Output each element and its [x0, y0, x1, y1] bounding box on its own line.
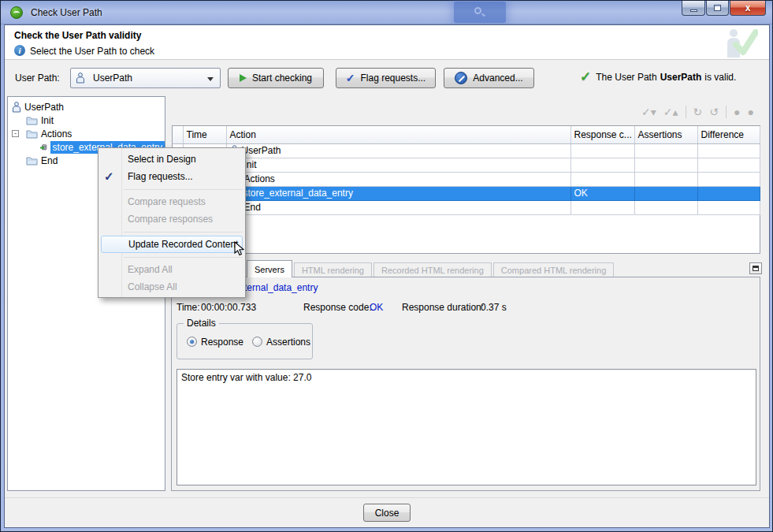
results-table: Time Action Response c... Assertions Dif… — [172, 125, 760, 254]
start-checking-button[interactable]: Start checking — [228, 68, 324, 88]
close-icon: x — [745, 2, 751, 13]
response-code-label: Response code: — [303, 302, 372, 313]
menu-item-flag-requests[interactable]: ✓ Flag requests... — [98, 168, 245, 185]
flag-requests-label: Flag requests... — [361, 73, 426, 84]
detail-tabs: Servers HTML rendering Recorded HTML ren… — [247, 260, 615, 277]
title-bar[interactable]: Check User Path x — [1, 1, 772, 24]
close-label: Close — [375, 508, 400, 519]
maximize-icon — [714, 5, 721, 11]
row-response-code: OK — [570, 186, 634, 200]
glass-reflection — [454, 2, 506, 23]
user-check-watermark-icon — [722, 26, 758, 59]
response-radio[interactable] — [187, 337, 197, 347]
tab-recorded-html-rendering: Recorded HTML rendering — [373, 262, 492, 277]
menu-item-collapse-all: Collapse All — [98, 278, 245, 296]
menu-separator — [98, 228, 245, 236]
collapse-expander-icon[interactable]: - — [12, 130, 19, 137]
tab-label: Recorded HTML rendering — [381, 266, 484, 275]
menu-item-update-recorded-content[interactable]: Update Recorded Content — [101, 236, 243, 253]
dialog-header: Check the User Path validity i Select th… — [5, 25, 769, 60]
assertions-radio-label[interactable]: Assertions — [266, 337, 310, 348]
globe-next-icon[interactable]: ● — [748, 106, 754, 118]
tree-item-end[interactable]: End — [26, 154, 58, 167]
table-row[interactable]: End — [173, 200, 760, 214]
wrench-icon — [455, 72, 467, 84]
flag-down-icon[interactable]: ✓▾ — [641, 106, 656, 118]
response-detail-pane: store_external_data_entry Time: 00:00:00… — [171, 277, 760, 491]
menu-item-expand-all: Expand All — [98, 261, 245, 278]
time-label: Time: — [177, 302, 200, 313]
folder-icon — [26, 156, 38, 166]
table-row[interactable]: UserPath — [173, 143, 760, 158]
assertions-radio[interactable] — [252, 337, 262, 347]
user-path-label: User Path: — [15, 73, 60, 84]
response-duration-value: 0.37 s — [481, 302, 507, 313]
time-value: 00:00:00.733 — [201, 302, 256, 313]
check-icon: ✓ — [104, 168, 114, 185]
menu-item-label: Compare requests — [128, 196, 206, 207]
tree-item-userpath[interactable]: UserPath — [12, 100, 64, 113]
minimize-button[interactable] — [682, 1, 705, 16]
check-user-path-dialog: Check User Path x Check the User Path va… — [0, 0, 773, 532]
response-duration-label: Response duration: — [402, 302, 484, 313]
tab-label: HTML rendering — [302, 266, 364, 275]
magnifier-icon — [474, 7, 481, 14]
col-assertions[interactable]: Assertions — [634, 126, 697, 143]
play-icon — [240, 74, 247, 82]
tree-item-label: Init — [41, 115, 54, 126]
tab-servers[interactable]: Servers — [247, 260, 292, 277]
table-row-selected[interactable]: store_external_data_entry OK — [173, 186, 760, 200]
menu-item-label: Expand All — [128, 264, 173, 275]
context-menu: Select in Design ✓ Flag requests... Comp… — [98, 147, 246, 298]
status-user-path-name: UserPath — [660, 72, 702, 83]
response-content-area[interactable]: Store entry var with value: 27.0 — [177, 369, 756, 485]
col-selector[interactable] — [173, 126, 183, 143]
flag-up-icon[interactable]: ✓▴ — [663, 106, 678, 118]
globe-prev-icon[interactable]: ● — [734, 106, 740, 118]
tree-item-init[interactable]: Init — [26, 113, 54, 127]
header-title: Check the User Path validity — [14, 30, 141, 41]
blue-check-icon: ✓ — [346, 74, 355, 82]
redo-icon[interactable]: ↻ — [693, 106, 703, 118]
menu-item-label: Flag requests... — [128, 171, 193, 182]
user-path-select[interactable]: UserPath — [70, 68, 221, 88]
toolbar-separator — [726, 106, 727, 118]
tree-item-actions[interactable]: Actions — [26, 127, 72, 140]
tab-label: Compared HTML rendering — [501, 266, 606, 275]
store-action-icon — [40, 142, 47, 153]
undo-icon[interactable]: ↺ — [709, 106, 719, 118]
menu-separator — [98, 253, 245, 261]
tab-compared-html-rendering: Compared HTML rendering — [493, 262, 614, 277]
close-button[interactable]: Close — [363, 504, 411, 522]
menu-separator — [98, 185, 245, 193]
user-icon — [76, 73, 85, 84]
user-icon — [12, 102, 21, 113]
table-row[interactable]: Init — [173, 158, 760, 172]
results-mini-toolbar: ✓▾ ✓▴ ↻ ↺ ● ● — [584, 103, 754, 121]
advanced-button[interactable]: Advanced... — [444, 68, 534, 88]
details-group-title: Details — [184, 318, 219, 329]
row-action-label: End — [244, 202, 261, 213]
col-action[interactable]: Action — [226, 126, 570, 143]
response-radio-label[interactable]: Response — [201, 337, 243, 348]
menu-item-compare-requests: Compare requests — [98, 193, 245, 210]
tab-html-rendering: HTML rendering — [294, 262, 372, 277]
col-response-code[interactable]: Response c... — [570, 126, 634, 143]
response-code-value: OK — [370, 302, 383, 313]
close-window-button[interactable]: x — [730, 1, 766, 16]
menu-item-label: Compare responses — [128, 214, 213, 225]
folder-icon — [26, 116, 38, 125]
header-subtitle: Select the User Path to check — [30, 46, 154, 57]
table-row[interactable]: Actions — [173, 172, 760, 186]
start-checking-label: Start checking — [252, 73, 312, 84]
green-check-icon: ✓ — [580, 72, 591, 83]
maximize-panel-button[interactable] — [749, 262, 762, 274]
maximize-button[interactable] — [706, 1, 729, 16]
status-suffix: is valid. — [704, 72, 736, 83]
app-icon — [10, 6, 23, 19]
col-time[interactable]: Time — [183, 126, 226, 143]
table-header-row: Time Action Response c... Assertions Dif… — [173, 126, 760, 143]
menu-item-select-in-design[interactable]: Select in Design — [98, 151, 245, 168]
col-difference[interactable]: Difference — [697, 126, 760, 143]
flag-requests-button[interactable]: ✓ Flag requests... — [336, 68, 436, 88]
